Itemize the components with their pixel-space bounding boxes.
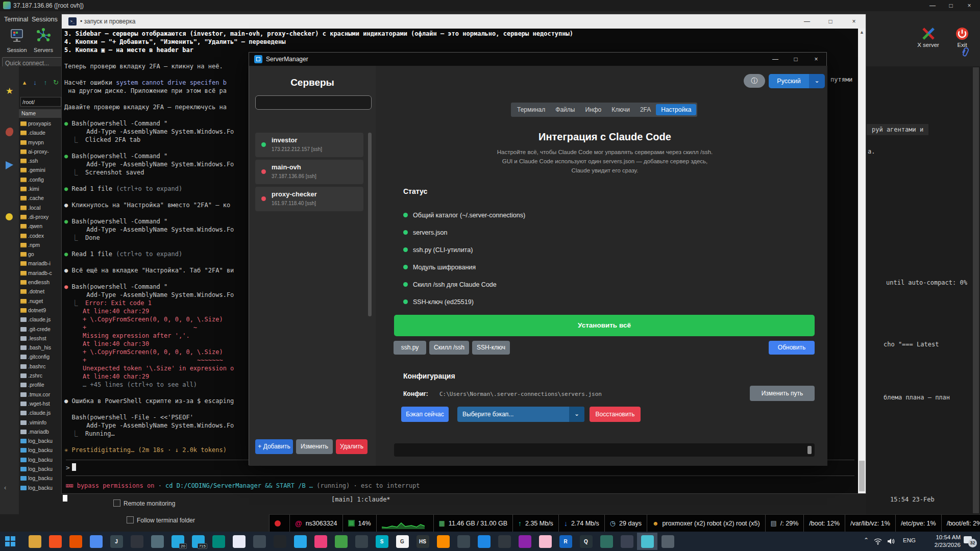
component-button[interactable]: SSH-ключ — [472, 341, 510, 355]
tab-Терминал[interactable]: Терминал — [512, 104, 550, 115]
tab-Файлы[interactable]: Файлы — [550, 104, 580, 115]
server-card[interactable]: investor173.212.212.157 [ssh] — [255, 133, 363, 157]
upload-icon[interactable]: ↑ — [41, 79, 50, 86]
language-indicator[interactable]: ENG — [903, 537, 916, 543]
taskbar-app-icon[interactable]: R — [555, 533, 576, 550]
servers-button[interactable]: Servers — [29, 28, 58, 53]
restore-button[interactable]: Восстановить — [590, 407, 641, 422]
file-row[interactable]: .claude — [19, 128, 62, 137]
terminal-titlebar[interactable]: >_ • запуск и проверка — □ × — [62, 14, 866, 29]
file-row[interactable]: log_backu — [19, 455, 62, 464]
tab-2FA[interactable]: 2FA — [635, 104, 656, 115]
follow-terminal-folder-option[interactable]: Follow terminal folder — [127, 516, 195, 524]
file-row[interactable]: log_backu — [19, 445, 62, 455]
info-button[interactable]: ⓘ — [744, 74, 765, 88]
menu-terminal[interactable]: Terminal — [4, 16, 28, 23]
maximize-icon[interactable]: □ — [786, 53, 806, 66]
taskbar-app-icon[interactable] — [331, 533, 351, 550]
taskbar-app-icon[interactable] — [24, 533, 45, 550]
file-row[interactable]: .profile — [19, 380, 62, 389]
file-row[interactable]: mariadb-c — [19, 268, 62, 278]
wifi-icon[interactable] — [874, 538, 882, 547]
taskbar-app-icon[interactable] — [657, 533, 678, 550]
remote-monitoring-option[interactable]: Remote monitoring — [113, 499, 175, 507]
file-row[interactable]: .bash_his — [19, 343, 62, 352]
file-row[interactable]: .viminfo — [19, 418, 62, 427]
install-all-button[interactable]: Установить всё — [394, 315, 815, 336]
taskbar-app-icon[interactable]: HS — [412, 533, 433, 550]
file-row[interactable]: go — [19, 249, 62, 259]
file-row[interactable]: proxyapis — [19, 119, 62, 128]
file-row[interactable]: .local — [19, 203, 62, 212]
file-row[interactable]: log_backu — [19, 464, 62, 473]
file-row[interactable]: myvpn — [19, 138, 62, 147]
close-icon[interactable]: × — [961, 1, 978, 10]
background-scrollbar[interactable] — [973, 67, 979, 513]
macros-icon[interactable] — [6, 128, 13, 136]
taskbar-app-icon[interactable] — [514, 533, 535, 550]
file-row[interactable]: .qwen — [19, 221, 62, 231]
file-row[interactable]: .claude.js — [19, 315, 62, 324]
file-row[interactable]: ai-proxy- — [19, 147, 62, 156]
file-row[interactable]: .cache — [19, 193, 62, 203]
tray-chevron-icon[interactable]: ⌃ — [864, 537, 869, 544]
change-path-button[interactable]: Изменить путь — [750, 386, 815, 401]
download-icon[interactable]: ↓ — [31, 79, 39, 86]
file-row[interactable]: .config — [19, 175, 62, 184]
taskbar-app-icon[interactable] — [147, 533, 167, 550]
terminal-scrollbar[interactable]: ▲ — [858, 29, 866, 493]
file-row[interactable]: .codex — [19, 231, 62, 240]
taskbar-app-icon[interactable] — [596, 533, 617, 550]
servermanager-titlebar[interactable]: ServerManager — □ × — [249, 53, 826, 66]
file-row[interactable]: .git-crede — [19, 324, 62, 334]
taskbar-app-icon[interactable]: 715 — [188, 533, 208, 550]
taskbar-app-icon[interactable]: S — [372, 533, 392, 550]
backup-now-button[interactable]: Бэкап сейчас — [401, 407, 449, 422]
file-row[interactable]: .zshrc — [19, 371, 62, 380]
maximize-icon[interactable]: □ — [942, 1, 960, 10]
file-row[interactable]: endlessh — [19, 278, 62, 287]
taskbar-app-icon[interactable] — [494, 533, 514, 550]
file-row[interactable]: log_backu — [19, 436, 62, 445]
component-button[interactable]: ssh.py — [394, 341, 426, 355]
attachment-icon[interactable] — [961, 47, 969, 59]
taskbar-app-icon[interactable] — [637, 533, 657, 550]
follow-terminal-checkbox[interactable] — [127, 516, 134, 523]
taskbar-app-icon[interactable] — [290, 533, 310, 550]
speaker-icon[interactable] — [887, 538, 895, 547]
file-row[interactable]: .mariadb — [19, 427, 62, 436]
taskbar-app-icon[interactable] — [351, 533, 372, 550]
tab-Инфо[interactable]: Инфо — [580, 104, 606, 115]
server-card[interactable]: main-ovh37.187.136.86 [ssh] — [255, 160, 363, 184]
file-row[interactable]: .lesshst — [19, 334, 62, 343]
taskbar-app-icon[interactable] — [229, 533, 249, 550]
taskbar-app-icon[interactable]: 20 — [167, 533, 188, 550]
taskbar-app-icon[interactable] — [310, 533, 331, 550]
tools-icon[interactable] — [6, 213, 13, 220]
minimize-icon[interactable]: — — [924, 1, 941, 10]
file-row[interactable]: .ssh — [19, 156, 62, 165]
clock[interactable]: 10:54 AM 2/23/2026 — [922, 534, 961, 549]
maximize-icon[interactable]: □ — [819, 14, 842, 29]
server-list-scrollbar[interactable] — [368, 133, 372, 316]
taskbar-app-icon[interactable] — [86, 533, 106, 550]
refresh-icon[interactable]: ↻ — [52, 79, 60, 86]
file-row[interactable]: .gitconfig — [19, 352, 62, 361]
taskbar-app-icon[interactable] — [127, 533, 147, 550]
taskbar-app-icon[interactable] — [270, 533, 290, 550]
file-row[interactable]: mariadb-i — [19, 259, 62, 268]
file-row[interactable]: dotnet9 — [19, 306, 62, 315]
taskbar-app-icon[interactable] — [249, 533, 270, 550]
x-server-button[interactable]: X server — [913, 27, 944, 48]
taskbar-app-icon[interactable] — [65, 533, 86, 550]
delete-server-button[interactable]: Удалить — [336, 439, 368, 454]
session-button[interactable]: Session — [2, 28, 32, 53]
current-path-input[interactable] — [20, 97, 61, 107]
terminal-tab-title[interactable]: • запуск и проверка — [80, 18, 135, 25]
notification-center-button[interactable]: 32 — [964, 536, 977, 546]
taskbar-app-icon[interactable]: G — [392, 533, 412, 550]
file-row[interactable]: log_backu — [19, 473, 62, 483]
file-row[interactable]: .wget-hst — [19, 399, 62, 408]
taskbar-app-icon[interactable]: J — [106, 533, 127, 550]
file-row[interactable]: .claude.js — [19, 408, 62, 417]
